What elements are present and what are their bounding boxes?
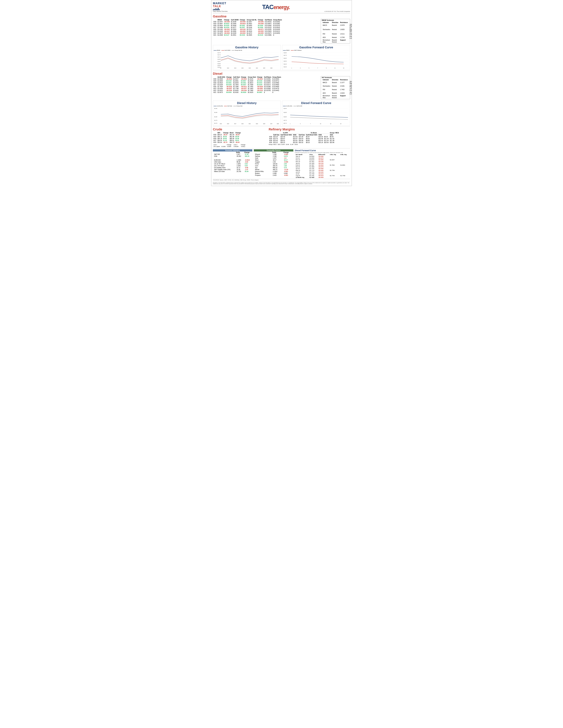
svg-text:16: 16	[340, 123, 341, 124]
table-row: Oil Volatility Index32.72-0.90	[213, 167, 252, 169]
svg-text:8/25: 8/25	[263, 68, 265, 69]
gasoline-history-chart: Gasoline History RBOB Gulf CBOB Group Su…	[213, 45, 281, 70]
table-row: 8/30$1.6547-$0.0300$1.5638-$0.0300$1.625…	[213, 21, 283, 23]
refinery-note: Group / WCS 3/2/1: 23.09 22.60 21.30 20.…	[268, 144, 350, 145]
svg-text:8/13: 8/13	[220, 123, 222, 124]
svg-text:$1.80: $1.80	[284, 116, 287, 117]
diesel-forward-wrapper: Diesel Forward Curve Indicative forward …	[295, 149, 350, 178]
refinery-section: Refinery Margins Vs WTI Vs Brent Group /…	[268, 127, 350, 147]
table-row: US 2 YR YIELD1.53%0.03	[213, 165, 252, 167]
table-row: S&P 5002,92737.00	[213, 153, 252, 155]
refinery-title: Refinery Margins	[268, 127, 350, 131]
bottom-row: Economic Indicators SettleChange S&P 500…	[213, 149, 350, 178]
svg-text:8/19: 8/19	[241, 123, 243, 124]
crude-section: Crude WTI Change Brent Change 8/30$56.47…	[213, 127, 267, 147]
crude-refinery-row: Crude WTI Change Brent Change 8/30$56.47…	[213, 127, 350, 147]
svg-text:7: 7	[310, 123, 311, 124]
svg-text:9: 9	[326, 68, 327, 69]
table-row: 8/22$1.6675-$0.0263$1.6349-$0.0202$1.627…	[213, 32, 283, 34]
table-row: 8/26$53.64-$2.70$58.70-$0.64	[213, 141, 241, 143]
bars-icon	[213, 8, 219, 10]
table-row: 8/29$1.6847$0.0023$1.5940-$0.0618$1.6552…	[213, 23, 283, 25]
table-row: Soy856.254.75	[254, 167, 293, 169]
gasoline-history-svg: $1.75 $1.73 $1.71 $1.69 $1.67 $1.65 $1.6…	[213, 51, 280, 69]
table-row: 8/27$54.93$1.29$59.51$0.81	[213, 139, 241, 141]
table-row: May-20$1.7713-$0.0460$1.7784	[295, 170, 350, 171]
svg-text:8/27: 8/27	[270, 123, 272, 124]
economic-table: SettleChange S&P 5002,92737.00 DJIA26,36…	[213, 151, 252, 172]
commodity-table: SettleChange Ethanol1.340-0.005 NatGas2.…	[254, 151, 293, 176]
table-row: Nov-19$1.8124-$0.0585$1.8257	[295, 159, 350, 161]
svg-text:8/23: 8/23	[256, 123, 258, 124]
svg-text:$1.70: $1.70	[284, 55, 287, 56]
svg-text:7: 7	[317, 68, 318, 69]
svg-text:$1.69: $1.69	[218, 59, 221, 60]
svg-text:8/16: 8/16	[241, 68, 243, 69]
table-row: US 10 YR YIELD1.50%0.03	[213, 163, 252, 165]
table-row: Ethanol RINs0.1503-0.001	[254, 171, 293, 172]
refinery-table: Vs WTI Vs Brent Group / WCS Gulf Gas Gul…	[268, 132, 340, 143]
diesel-history-svg: $1.90 $1.85 $1.80 $1.75 $1.70 8/13 8/15 …	[213, 107, 280, 125]
diesel-forward-svg-top: $1.90 $1.85 $1.80 $1.75 $1.70 1 4 7 10 1…	[283, 107, 350, 125]
table-row: 8/29$13.76$20.67$16.07$16.53$9.05$15.96$…	[268, 138, 340, 140]
svg-text:13: 13	[330, 123, 331, 124]
table-row: Jun-20$1.7721-$0.0430	[295, 171, 350, 173]
svg-text:8/7: 8/7	[220, 68, 221, 69]
diesel-forward-title: Diesel Forward Curve	[295, 149, 350, 152]
svg-text:$1.40: $1.40	[284, 63, 287, 65]
svg-text:$1.75: $1.75	[214, 120, 217, 121]
diesel-forward-subtitle: Indicative forward prices for ULSD at Gu…	[295, 152, 350, 153]
tac-logo: TACenergy.	[227, 4, 324, 11]
cpl-table: Line 1ChangeLine 2Change CPL space-0.019…	[213, 144, 246, 147]
gasoline-forward-svg: $1.80 $1.70 $1.60 $1.50 $1.40 $1.30 1 3	[283, 51, 350, 69]
diesel-forward-table: Del. Month Price Differential 3 Mo. Avg …	[295, 154, 350, 178]
svg-text:$1.60: $1.60	[284, 58, 287, 59]
svg-text:$1.70: $1.70	[284, 123, 287, 124]
gasoline-technicals-table: IndicatorDirectionResistance MACDBearish…	[322, 22, 352, 43]
table-row: Apr-20$1.7781-$0.0460	[295, 168, 350, 170]
economic-title: Economic Indicators	[213, 149, 252, 151]
table-row: Jul-20$1.7760-$0.0410	[295, 173, 350, 175]
svg-text:8/22: 8/22	[256, 68, 258, 69]
table-row: 8/30$56.47-$0.24$61.04-$0.04	[213, 134, 241, 136]
svg-text:8/13: 8/13	[234, 68, 236, 69]
svg-text:$1.85: $1.85	[214, 112, 217, 113]
gasoline-forward-legend: RBOB CBOT Ethanol	[283, 50, 350, 51]
svg-text:8/10: 8/10	[227, 68, 229, 69]
table-row: Feb-20$1.7867-$0.0645$1.7904$1.8081	[295, 164, 350, 166]
table-row: Gold1,527-3.3	[254, 157, 293, 159]
gasoline-technicals: RBOB Technicals IndicatorDirectionResist…	[321, 19, 350, 44]
table-row: 8/23$1.8156-$0.0257$1.7798-$0.0237$1.768…	[213, 88, 282, 90]
table-row: 8/30$1.8606-$0.0034$1.8327-$0.0034$1.812…	[213, 78, 282, 80]
diesel-history-legend: ULSD (HO) Gulf Ulsd Group Ulsd	[213, 105, 280, 107]
gasoline-section: Gasoline RBOB Change Gulf CBOB Change Gr…	[213, 15, 350, 44]
table-row: 8/28$55.78$0.85$60.49$0.98	[213, 138, 241, 139]
svg-text:$1.67: $1.67	[218, 61, 221, 62]
svg-text:5: 5	[309, 68, 309, 69]
table-row: 8/21$1.8573$0.0030$1.8182$0.0028$1.8103$…	[213, 91, 282, 93]
gasoline-forward-chart: Gasoline Forward Curve RBOB CBOT Ethanol…	[282, 45, 350, 70]
page-header: MARKET TALK Daily Market Overview TACene…	[213, 2, 350, 13]
crude-table: WTI Change Brent Change 8/30$56.47-$0.24…	[213, 132, 241, 143]
table-row: Butane0.4890.000	[254, 172, 293, 174]
table-row: Ethanol1.340-0.005	[254, 153, 293, 155]
svg-text:$1.73: $1.73	[218, 54, 221, 56]
gasoline-history-legend: RBOB Gulf CBOB Group Sub NL	[213, 50, 280, 51]
svg-text:$1.85: $1.85	[284, 112, 287, 113]
table-row: Sep-19$1.8320-$0.0365	[295, 155, 350, 157]
diesel-forward-title-top: Diesel Forward Curve	[283, 101, 350, 105]
gasoline-history-title: Gasoline History	[213, 46, 280, 49]
svg-text:3: 3	[300, 68, 301, 69]
svg-text:$1.65: $1.65	[218, 63, 221, 64]
table-row: Nikkei 225 Index20,70555.00	[213, 171, 252, 172]
svg-text:$1.63: $1.63	[218, 65, 221, 66]
svg-text:1: 1	[291, 68, 292, 69]
svg-text:10: 10	[320, 123, 321, 124]
diesel-table: ULSD (HO) Change Gulf Ulsd Change Group …	[213, 76, 282, 93]
table-row: Corn359.751.50	[254, 165, 293, 167]
table-row: S&P Volatility Index (VIX)19.35-1.47	[213, 169, 252, 171]
svg-text:$1.50: $1.50	[284, 61, 287, 62]
market-talk-logo: MARKET TALK Daily Market Overview	[213, 2, 227, 12]
svg-text:$1.75: $1.75	[218, 52, 221, 53]
svg-text:$1.80: $1.80	[214, 116, 217, 117]
